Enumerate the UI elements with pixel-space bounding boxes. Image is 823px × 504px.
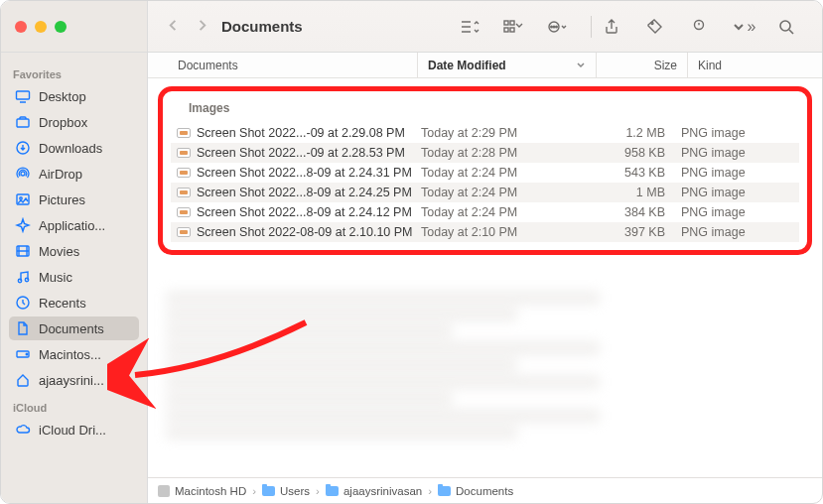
close-button[interactable]	[15, 21, 27, 33]
share-button[interactable]	[598, 15, 625, 39]
file-name: Screen Shot 2022-08-09 at 2.10.10 PM	[197, 225, 413, 239]
file-row[interactable]: Screen Shot 2022...-09 at 2.28.53 PMToda…	[171, 143, 799, 163]
quicklook-button[interactable]	[685, 15, 713, 39]
file-thumbnail-icon	[177, 128, 191, 138]
zoom-button[interactable]	[55, 21, 67, 33]
path-label: ajaaysrinivasan	[343, 485, 422, 497]
file-name: Screen Shot 2022...8-09 at 2.24.12 PM	[197, 205, 412, 219]
file-date: Today at 2:10 PM	[415, 225, 586, 239]
file-size: 1.2 MB	[586, 126, 677, 140]
path-item[interactable]: Macintosh HD	[158, 485, 246, 497]
sidebar-item-movies[interactable]: Movies	[9, 239, 139, 263]
column-headers: Documents Date Modified Size Kind	[148, 53, 822, 78]
sidebar-label: Movies	[39, 244, 79, 259]
sidebar-label: Recents	[39, 296, 86, 311]
sidebar-item-recents[interactable]: Recents	[9, 291, 139, 315]
file-name: Screen Shot 2022...8-09 at 2.24.31 PM	[197, 166, 412, 180]
file-size: 1 MB	[586, 186, 677, 199]
file-name: Screen Shot 2022...-09 at 2.28.53 PM	[197, 146, 405, 160]
file-kind: PNG image	[677, 186, 799, 199]
home-icon	[15, 372, 31, 388]
file-thumbnail-icon	[177, 168, 191, 178]
column-date[interactable]: Date Modified	[418, 53, 597, 77]
svg-point-19	[20, 197, 22, 199]
sidebar-heading-favorites: Favorites	[9, 64, 139, 82]
file-date: Today at 2:24 PM	[415, 205, 586, 219]
svg-point-8	[553, 26, 555, 28]
svg-point-21	[18, 279, 21, 282]
file-kind: PNG image	[677, 146, 799, 160]
sidebar-item-pictures[interactable]: Pictures	[9, 188, 139, 211]
sidebar: Favorites Desktop Dropbox Downloads AirD…	[1, 53, 148, 503]
file-row[interactable]: Screen Shot 2022...8-09 at 2.24.31 PMTod…	[171, 163, 799, 183]
file-row[interactable]: Screen Shot 2022-08-09 at 2.10.10 PMToda…	[171, 222, 799, 242]
disk-icon	[158, 485, 170, 497]
path-item[interactable]: ajaaysrinivasan	[326, 485, 422, 497]
file-list-area: Documents Date Modified Size Kind Images…	[148, 53, 822, 503]
svg-point-17	[21, 172, 25, 176]
sidebar-label: ajaaysrini...	[39, 373, 104, 388]
sidebar-item-home[interactable]: ajaaysrini...	[9, 368, 139, 392]
file-date: Today at 2:28 PM	[415, 146, 586, 160]
sidebar-heading-icloud: iCloud	[9, 398, 139, 416]
action-menu-button[interactable]	[543, 15, 571, 39]
folder-icon	[262, 486, 275, 496]
sidebar-item-documents[interactable]: Documents	[9, 316, 139, 340]
window-title: Documents	[221, 18, 303, 35]
svg-point-22	[25, 278, 28, 281]
blurred-content	[166, 281, 804, 469]
column-kind[interactable]: Kind	[688, 53, 822, 77]
sidebar-item-airdrop[interactable]: AirDrop	[9, 162, 139, 186]
file-size: 384 KB	[586, 205, 677, 219]
forward-button[interactable]	[195, 18, 209, 36]
file-thumbnail-icon	[177, 227, 191, 237]
documents-icon	[15, 320, 31, 336]
sidebar-item-applications[interactable]: Applicatio...	[9, 213, 139, 237]
movies-icon	[15, 243, 31, 259]
finder-window: Documents	[0, 0, 823, 504]
desktop-icon	[15, 88, 31, 104]
search-button[interactable]	[772, 15, 800, 39]
file-size: 958 KB	[586, 146, 677, 160]
folder-icon	[438, 486, 451, 496]
sidebar-item-desktop[interactable]: Desktop	[9, 84, 139, 108]
recents-icon	[15, 295, 31, 311]
pictures-icon	[15, 191, 31, 207]
column-size[interactable]: Size	[597, 53, 688, 77]
path-item[interactable]: Documents	[438, 485, 513, 497]
window-controls	[15, 21, 67, 33]
sidebar-item-downloads[interactable]: Downloads	[9, 136, 139, 160]
file-size: 397 KB	[586, 225, 677, 239]
file-kind: PNG image	[677, 205, 799, 219]
column-date-label: Date Modified	[428, 59, 506, 72]
sidebar-label: iCloud Dri...	[39, 423, 106, 438]
path-label: Documents	[456, 485, 513, 497]
file-row[interactable]: Screen Shot 2022...-09 at 2.29.08 PMToda…	[171, 123, 799, 143]
file-kind: PNG image	[677, 166, 799, 180]
sidebar-item-macintosh-hd[interactable]: Macintos...	[9, 342, 139, 366]
path-item[interactable]: Users	[262, 485, 310, 497]
file-row[interactable]: Screen Shot 2022...8-09 at 2.24.25 PMTod…	[171, 183, 799, 202]
svg-point-13	[780, 21, 790, 31]
sidebar-item-icloud-drive[interactable]: iCloud Dri...	[9, 418, 139, 441]
file-name: Screen Shot 2022...8-09 at 2.24.25 PM	[197, 186, 412, 199]
file-date: Today at 2:24 PM	[415, 186, 586, 199]
back-button[interactable]	[166, 18, 181, 36]
file-thumbnail-icon	[177, 148, 191, 158]
file-thumbnail-icon	[177, 188, 191, 197]
file-name: Screen Shot 2022...-09 at 2.29.08 PM	[197, 126, 405, 140]
path-bar: Macintosh HD › Users › ajaaysrinivasan ›…	[148, 477, 822, 503]
sidebar-item-dropbox[interactable]: Dropbox	[9, 110, 139, 134]
file-row[interactable]: Screen Shot 2022...8-09 at 2.24.12 PMTod…	[171, 202, 799, 222]
group-heading-images: Images	[171, 97, 799, 123]
svg-rect-15	[17, 119, 29, 127]
view-list-button[interactable]	[456, 15, 483, 39]
column-name[interactable]: Documents	[148, 53, 418, 77]
more-toolbar-button[interactable]: »	[729, 15, 756, 39]
sidebar-item-music[interactable]: Music	[9, 265, 139, 289]
group-by-button[interactable]	[499, 15, 527, 39]
tag-button[interactable]	[641, 15, 669, 39]
minimize-button[interactable]	[35, 21, 47, 33]
svg-rect-6	[510, 28, 514, 32]
sidebar-label: AirDrop	[39, 167, 82, 182]
